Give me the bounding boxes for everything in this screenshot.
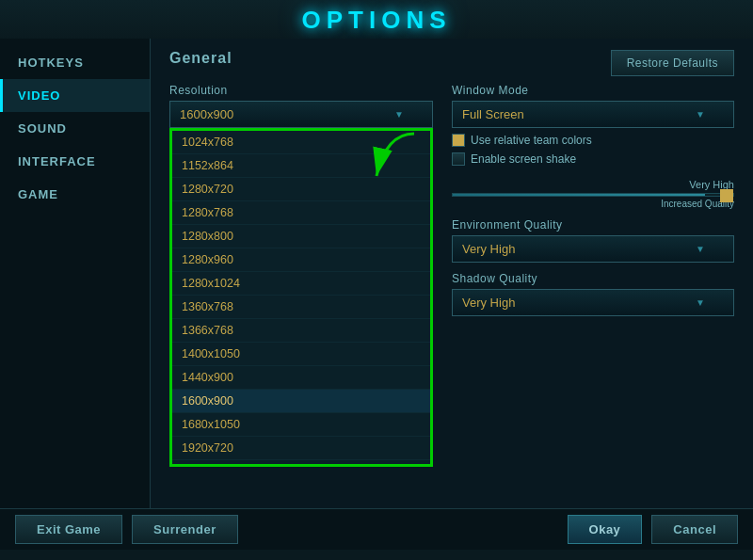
environment-quality-arrow: ▼ xyxy=(696,244,705,254)
resolution-dropdown[interactable]: 1600x900 ▼ 1024x768 1152x864 1280x720 12… xyxy=(169,101,433,128)
resolution-option-11[interactable]: 1600x900 xyxy=(172,390,430,413)
environment-quality-label: Environment Quality xyxy=(452,218,734,232)
screen-shake-label: Enable screen shake xyxy=(471,152,576,166)
restore-defaults-button[interactable]: Restore Defaults xyxy=(611,50,734,76)
sidebar-item-game[interactable]: GAME xyxy=(0,178,150,211)
bottom-bar: Exit Game Surrender Okay Cancel xyxy=(0,508,753,550)
environment-quality-dropdown[interactable]: Very High ▼ xyxy=(452,235,734,263)
quality-slider-thumb[interactable] xyxy=(720,189,733,202)
window-mode-selected[interactable]: Full Screen ▼ xyxy=(452,101,734,128)
resolution-option-4[interactable]: 1280x800 xyxy=(172,225,430,248)
resolution-dropdown-arrow: ▼ xyxy=(394,109,404,120)
resolution-label: Resolution xyxy=(169,84,433,97)
sidebar: HOTKEYS VIDEO SOUND INTERFACE GAME xyxy=(0,39,151,508)
content-area: General Restore Defaults Resolution 1600… xyxy=(151,39,753,508)
two-column-layout: Resolution 1600x900 ▼ 1024x768 1152x864 … xyxy=(169,84,734,326)
cancel-button[interactable]: Cancel xyxy=(651,515,738,544)
quality-note: Increased Quality xyxy=(452,199,734,209)
environment-quality-value: Very High xyxy=(462,242,515,256)
content-header: General Restore Defaults xyxy=(169,50,734,76)
window-mode-section: Window Mode Full Screen ▼ Use relative t… xyxy=(452,84,734,166)
team-colors-checkbox[interactable] xyxy=(452,134,465,147)
right-column: Window Mode Full Screen ▼ Use relative t… xyxy=(452,84,734,326)
resolution-option-6[interactable]: 1280x1024 xyxy=(172,272,430,296)
sidebar-item-interface[interactable]: INTERFACE xyxy=(0,145,150,178)
resolution-dropdown-list[interactable]: 1024x768 1152x864 1280x720 1280x768 1280… xyxy=(169,128,433,467)
resolution-option-5[interactable]: 1280x960 xyxy=(172,248,430,272)
sidebar-item-sound[interactable]: SOUND xyxy=(0,112,150,145)
shadow-quality-value: Very High xyxy=(462,296,515,310)
title-bar: OPTIONS xyxy=(0,0,753,39)
quality-slider-fill xyxy=(453,194,705,196)
left-column: Resolution 1600x900 ▼ 1024x768 1152x864 … xyxy=(169,84,433,326)
team-colors-row: Use relative team colors xyxy=(452,134,734,147)
shadow-quality-arrow: ▼ xyxy=(696,297,705,308)
resolution-selected-value: 1600x900 xyxy=(180,107,233,121)
quality-slider-track[interactable] xyxy=(452,193,734,197)
quality-section: Very High Increased Quality Environment … xyxy=(452,179,734,316)
resolution-option-2[interactable]: 1280x720 xyxy=(172,178,430,201)
resolution-option-7[interactable]: 1360x768 xyxy=(172,296,430,319)
resolution-option-3[interactable]: 1280x768 xyxy=(172,201,430,225)
resolution-option-14[interactable]: 1920x800 xyxy=(172,460,430,467)
window-mode-arrow: ▼ xyxy=(696,109,705,120)
bottom-right-buttons: Okay Cancel xyxy=(568,515,738,544)
resolution-option-1[interactable]: 1152x864 xyxy=(172,154,430,178)
sidebar-item-hotkeys[interactable]: HOTKEYS xyxy=(0,46,150,79)
shadow-quality-selected[interactable]: Very High ▼ xyxy=(452,289,734,316)
screen-shake-row: Enable screen shake xyxy=(452,152,734,166)
shadow-quality-dropdown[interactable]: Very High ▼ xyxy=(452,289,734,316)
resolution-option-9[interactable]: 1400x1050 xyxy=(172,343,430,366)
quality-slider-row: Very High Increased Quality xyxy=(452,179,734,209)
resolution-option-13[interactable]: 1920x720 xyxy=(172,437,430,460)
shadow-quality-label: Shadow Quality xyxy=(452,272,734,285)
shadow-quality-row: Shadow Quality Very High ▼ xyxy=(452,272,734,316)
window-mode-label: Window Mode xyxy=(452,84,734,97)
page-title: OPTIONS xyxy=(301,6,451,34)
okay-button[interactable]: Okay xyxy=(568,515,643,544)
environment-quality-row: Environment Quality Very High ▼ xyxy=(452,218,734,263)
resolution-option-12[interactable]: 1680x1050 xyxy=(172,413,430,437)
resolution-dropdown-selected[interactable]: 1600x900 ▼ xyxy=(169,101,433,128)
team-colors-label: Use relative team colors xyxy=(471,134,592,147)
environment-quality-selected[interactable]: Very High ▼ xyxy=(452,235,734,263)
resolution-option-8[interactable]: 1366x768 xyxy=(172,319,430,343)
main-layout: HOTKEYS VIDEO SOUND INTERFACE GAME Gener… xyxy=(0,39,753,508)
resolution-option-10[interactable]: 1440x900 xyxy=(172,366,430,390)
bottom-left-buttons: Exit Game Surrender xyxy=(15,515,238,544)
sidebar-item-video[interactable]: VIDEO xyxy=(0,79,150,112)
screen-shake-checkbox[interactable] xyxy=(452,152,465,166)
window-mode-value: Full Screen xyxy=(462,107,524,121)
resolution-option-0[interactable]: 1024x768 xyxy=(172,131,430,154)
quality-label-row: Very High xyxy=(452,179,734,190)
section-title: General xyxy=(169,50,232,67)
exit-game-button[interactable]: Exit Game xyxy=(15,515,122,544)
window-mode-dropdown[interactable]: Full Screen ▼ xyxy=(452,101,734,128)
surrender-button[interactable]: Surrender xyxy=(132,515,238,544)
